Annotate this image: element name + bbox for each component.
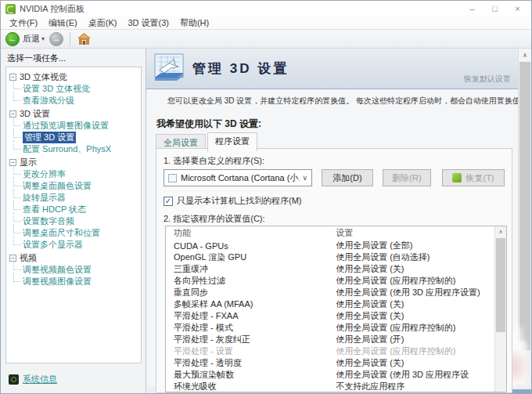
table-scroll-up-icon[interactable]: ∧ bbox=[495, 226, 506, 237]
tree-item[interactable]: 设置多个显示器 bbox=[7, 239, 140, 251]
content-scrollbar[interactable]: ∧ bbox=[518, 49, 531, 393]
tab[interactable]: 程序设置 bbox=[207, 132, 257, 151]
tree-item[interactable]: 设置 3D 立体视觉 bbox=[7, 83, 140, 95]
feature-cell: 平滑处理 - FXAA bbox=[166, 310, 332, 322]
minimize-button[interactable]: – bbox=[461, 2, 483, 16]
feature-cell: 平滑处理 - 模式 bbox=[166, 322, 332, 334]
feature-cell: 多帧采样 AA (MFAA) bbox=[166, 298, 332, 310]
sidebar-heading: 选择一项任务... bbox=[7, 52, 146, 64]
tree-category[interactable]: −3D 立体视觉 bbox=[7, 71, 140, 83]
tree-item[interactable]: 通过预览调整图像设置 bbox=[7, 120, 140, 132]
section-heading: 我希望使用以下 3D 设置: bbox=[156, 117, 261, 131]
toolbar: ← 后退 ▾ → bbox=[1, 30, 531, 49]
tree-category[interactable]: −视频 bbox=[7, 252, 140, 264]
tree-item[interactable]: 调整视频颜色设置 bbox=[7, 264, 140, 276]
tree-category[interactable]: −显示 bbox=[7, 157, 140, 168]
menu-item[interactable]: 桌面(K) bbox=[83, 17, 123, 29]
program-settings-panel: 1. 选择要自定义的程序(S): Microsoft Cortana (Cort… bbox=[156, 148, 512, 393]
check-icon: ✓ bbox=[165, 197, 171, 205]
system-info: 系统信息 bbox=[9, 374, 57, 385]
table-row[interactable]: 三重缓冲 使用全局设置 (关) bbox=[166, 263, 506, 275]
restore-icon bbox=[452, 173, 462, 183]
show-programs-checkbox-row: ✓ 只显示本计算机上找到的程序(M) bbox=[164, 195, 302, 207]
tree-category[interactable]: −3D 设置 bbox=[7, 108, 140, 120]
back-arrow-icon: ← bbox=[9, 34, 17, 43]
home-button[interactable] bbox=[77, 33, 91, 45]
tree-item[interactable]: 管理 3D 设置 bbox=[7, 132, 140, 143]
home-icon bbox=[77, 33, 91, 45]
content-scroll-up-icon[interactable]: ∧ bbox=[519, 49, 531, 61]
tree-item[interactable]: 调整桌面尺寸和位置 bbox=[7, 227, 140, 239]
setting-cell: 使用全局设置 (应用程序控制的) bbox=[332, 345, 506, 357]
feature-cell: 垂直同步 bbox=[166, 287, 332, 298]
tree-item[interactable]: 调整桌面颜色设置 bbox=[7, 180, 140, 192]
tree-item[interactable]: 旋转显示器 bbox=[7, 192, 140, 204]
setting-cell: 使用全局设置 (全部) bbox=[332, 240, 506, 251]
table-row[interactable]: 垂直同步 使用全局设置 (使用 3D 应用程序设置) bbox=[166, 287, 506, 298]
table-row[interactable]: CUDA - GPUs 使用全局设置 (全部) bbox=[166, 240, 506, 251]
program-select[interactable]: Microsoft Cortana (Cortana (小... ∨ bbox=[164, 169, 312, 186]
menu-item[interactable]: 3D 设置(3) bbox=[122, 17, 174, 29]
tree-item[interactable]: 更改分辨率 bbox=[7, 168, 140, 180]
titlebar: NVIDIA 控制面板 – □ × bbox=[1, 1, 531, 16]
tree-item-label: 更改分辨率 bbox=[23, 168, 66, 180]
tree-item-label: 调整视频图像设置 bbox=[23, 276, 92, 287]
history-caret-icon[interactable]: ▾ bbox=[41, 35, 45, 42]
menu-item[interactable]: 编辑(E) bbox=[43, 17, 83, 29]
system-info-link[interactable]: 系统信息 bbox=[23, 374, 57, 385]
feature-column-header[interactable]: 功能 bbox=[166, 227, 332, 239]
table-row[interactable]: OpenGL 渲染 GPU 使用全局设置 (自动选择) bbox=[166, 251, 506, 263]
tree-item-label: 设置 3D 立体视觉 bbox=[23, 83, 90, 95]
restore-button[interactable]: 恢复(T) bbox=[442, 169, 505, 186]
tree-category-label: 视频 bbox=[20, 252, 37, 264]
tree-item[interactable]: 设置数字音频 bbox=[7, 215, 140, 227]
tree-item[interactable]: 查看 HDCP 状态 bbox=[7, 204, 140, 215]
table-row[interactable]: 平滑处理 - 灰度纠正 使用全局设置 (开) bbox=[166, 334, 506, 345]
setting-cell: 使用全局设置 (关) bbox=[332, 298, 506, 310]
window-controls: – □ × bbox=[461, 2, 529, 16]
page-description: 您可以更改全局 3D 设置，并建立特定程序的置换值。 每次这些特定程序启动时，都… bbox=[167, 96, 525, 107]
restore-defaults-link[interactable]: 恢复默认设置 bbox=[464, 74, 511, 85]
tree-item[interactable]: 配置 Surround、PhysX bbox=[7, 143, 140, 155]
toolbar-separator bbox=[70, 32, 70, 46]
feature-cell: 平滑处理 - 透明度 bbox=[166, 357, 332, 369]
content-scroll-thumb[interactable] bbox=[519, 62, 530, 350]
program-select-value: Microsoft Cortana (Cortana (小... bbox=[181, 172, 300, 184]
back-button[interactable]: ← bbox=[5, 32, 20, 46]
tree-item-label: 调整桌面颜色设置 bbox=[23, 180, 92, 192]
setting-cell: 不支持此应用程序 bbox=[332, 381, 506, 392]
setting-column-header[interactable]: 设置 bbox=[332, 227, 506, 239]
table-row[interactable]: 环境光吸收 不支持此应用程序 bbox=[166, 381, 506, 392]
show-programs-checkbox[interactable]: ✓ bbox=[164, 197, 173, 206]
table-row[interactable]: 各向异性过滤 使用全局设置 (应用程序控制的) bbox=[166, 275, 506, 287]
table-row[interactable]: 平滑处理 - 设置 使用全局设置 (应用程序控制的) bbox=[166, 345, 506, 357]
tree-item-label: 通过预览调整图像设置 bbox=[23, 120, 109, 132]
add-button[interactable]: 添加(D) bbox=[322, 169, 373, 186]
remove-button[interactable]: 删除(R) bbox=[383, 169, 431, 186]
table-row[interactable]: 最大预渲染帧数 使用全局设置 (使用 3D 应用程序设 bbox=[166, 369, 506, 381]
feature-cell: 平滑处理 - 设置 bbox=[166, 345, 332, 357]
tree-item[interactable]: 调整视频图像设置 bbox=[7, 276, 140, 287]
window-title: NVIDIA 控制面板 bbox=[20, 3, 84, 15]
tree-item-label: 旋转显示器 bbox=[23, 192, 66, 204]
maximize-button[interactable]: □ bbox=[483, 2, 506, 16]
setting-cell: 使用全局设置 (自动选择) bbox=[332, 251, 506, 263]
table-scroll-thumb[interactable] bbox=[496, 238, 505, 332]
setting-cell: 使用全局设置 (应用程序控制的) bbox=[332, 322, 506, 334]
table-body: CUDA - GPUs 使用全局设置 (全部) OpenGL 渲染 GPU 使用… bbox=[166, 240, 506, 392]
forward-button[interactable]: → bbox=[49, 32, 63, 46]
tree-item[interactable]: 查看游戏分级 bbox=[7, 95, 140, 107]
table-scrollbar[interactable]: ∧ bbox=[494, 226, 506, 392]
setting-cell: 使用全局设置 (开) bbox=[332, 334, 506, 345]
table-row[interactable]: 平滑处理 - 透明度 使用全局设置 (关) bbox=[166, 357, 506, 369]
program-app-icon bbox=[168, 174, 177, 183]
table-row[interactable]: 多帧采样 AA (MFAA) 使用全局设置 (关) bbox=[166, 298, 506, 310]
menu-item[interactable]: 文件(F) bbox=[4, 17, 43, 29]
table-row[interactable]: 平滑处理 - FXAA 使用全局设置 (关) bbox=[166, 310, 506, 322]
tree-category-label: 3D 设置 bbox=[20, 108, 50, 120]
close-button[interactable]: × bbox=[506, 2, 529, 16]
menu-item[interactable]: 帮助(H) bbox=[174, 17, 214, 29]
setting-cell: 使用全局设置 (关) bbox=[332, 263, 506, 275]
table-row[interactable]: 平滑处理 - 模式 使用全局设置 (应用程序控制的) bbox=[166, 322, 506, 334]
nvidia-logo-icon bbox=[5, 4, 16, 14]
